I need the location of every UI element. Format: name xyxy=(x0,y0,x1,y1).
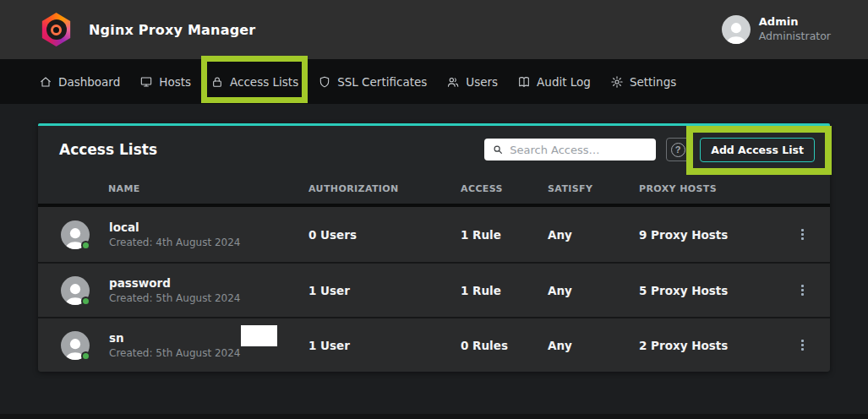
person-icon xyxy=(722,17,751,44)
access-list-name-text: sn xyxy=(109,331,124,345)
access-value: 0 Rules xyxy=(461,339,548,352)
online-status-dot xyxy=(81,241,90,250)
book-icon xyxy=(517,75,531,89)
column-header-proxy-hosts: PROXY HOSTS xyxy=(639,183,774,194)
authorization-value: 0 Users xyxy=(308,228,461,242)
proxy-hosts-value: 2 Proxy Hosts xyxy=(639,339,774,352)
access-value: 1 Rule xyxy=(461,284,548,297)
nav-item-users[interactable]: Users xyxy=(446,59,498,104)
app-logo-icon xyxy=(41,13,72,46)
user-role: Administrator xyxy=(759,30,831,43)
table-header: NAME AUTHORIZATION ACCESS SATISFY PROXY … xyxy=(38,173,830,204)
nav-label: Dashboard xyxy=(58,75,120,89)
row-menu-button[interactable] xyxy=(774,340,830,351)
access-lists-panel: Access Lists ? Add Access List NAME AUTH… xyxy=(38,123,830,372)
nav-item-settings[interactable]: Settings xyxy=(610,59,676,104)
online-status-dot xyxy=(81,351,90,361)
column-header-authorization: AUTHORIZATION xyxy=(308,183,461,194)
add-access-list-button[interactable]: Add Access List xyxy=(700,138,815,162)
user-avatar xyxy=(722,15,751,44)
search-input[interactable] xyxy=(510,144,648,156)
created-date: Created: 5th August 2024 xyxy=(109,346,240,360)
authorization-value: 1 User xyxy=(308,339,461,352)
logo-core xyxy=(46,19,67,40)
logo-ring xyxy=(51,24,62,35)
panel-header: Access Lists ? Add Access List xyxy=(38,126,830,173)
row-avatar-holder xyxy=(61,331,90,360)
row-avatar-holder xyxy=(61,276,90,305)
access-list-name: password xyxy=(109,275,240,291)
nav-label: Settings xyxy=(630,75,676,89)
column-header-name: NAME xyxy=(59,183,308,194)
row-avatar-holder xyxy=(61,220,90,249)
search-box xyxy=(484,139,656,161)
nav-item-ssl-certificates[interactable]: SSL Certificates xyxy=(318,59,427,104)
name-cell: password Created: 5th August 2024 xyxy=(59,275,308,305)
authorization-value: 1 User xyxy=(308,284,461,297)
gear-icon xyxy=(610,75,624,89)
monitor-icon xyxy=(139,75,153,89)
satisfy-value: Any xyxy=(548,228,639,242)
nav-item-dashboard[interactable]: Dashboard xyxy=(39,59,120,104)
column-header-access: ACCESS xyxy=(461,183,548,194)
satisfy-value: Any xyxy=(548,284,639,297)
help-button[interactable]: ? xyxy=(666,138,690,161)
nav-label: Hosts xyxy=(159,75,191,89)
row-menu-button[interactable] xyxy=(774,285,830,296)
panel-title: Access Lists xyxy=(59,141,157,158)
app-title: Nginx Proxy Manager xyxy=(89,22,255,38)
access-list-name: sn xyxy=(109,330,240,346)
access-list-name: local xyxy=(109,220,240,235)
nav-label: Access Lists xyxy=(230,75,298,89)
main-nav: Dashboard Hosts Access Lists SSL Certifi… xyxy=(0,59,868,104)
name-cell: sn Created: 5th August 2024 xyxy=(59,330,308,360)
table-row: password Created: 5th August 2024 1 User… xyxy=(38,262,830,317)
circle-question-icon: ? xyxy=(671,143,685,157)
nav-item-access-lists[interactable]: Access Lists xyxy=(210,59,298,104)
column-header-satisfy: SATISFY xyxy=(548,183,639,194)
redaction-box xyxy=(241,325,277,346)
lock-icon xyxy=(210,75,224,89)
brand: Nginx Proxy Manager xyxy=(41,13,255,46)
name-block: password Created: 5th August 2024 xyxy=(109,275,240,305)
row-menu-button[interactable] xyxy=(774,229,830,240)
nav-label: Audit Log xyxy=(537,75,591,89)
add-button-wrap: Add Access List xyxy=(700,138,815,162)
home-icon xyxy=(39,75,52,89)
created-date: Created: 5th August 2024 xyxy=(109,291,240,305)
satisfy-value: Any xyxy=(548,339,639,352)
search-icon xyxy=(492,144,504,155)
name-block: sn Created: 5th August 2024 xyxy=(109,330,240,360)
users-icon xyxy=(446,75,460,89)
bottom-edge-strip xyxy=(0,414,868,419)
nav-label: Users xyxy=(466,75,498,89)
panel-tools: ? Add Access List xyxy=(484,138,815,162)
user-name: Admin xyxy=(759,15,831,30)
nav-item-audit-log[interactable]: Audit Log xyxy=(517,59,591,104)
online-status-dot xyxy=(81,297,90,306)
created-date: Created: 4th August 2024 xyxy=(109,236,240,249)
table-row: sn Created: 5th August 2024 1 User 0 Rul… xyxy=(38,317,830,372)
page-body: Access Lists ? Add Access List NAME AUTH… xyxy=(0,104,868,414)
nav-label: SSL Certificates xyxy=(337,75,427,89)
user-text: Admin Administrator xyxy=(759,15,831,43)
proxy-hosts-value: 9 Proxy Hosts xyxy=(639,228,774,242)
table-row: local Created: 4th August 2024 0 Users 1… xyxy=(38,207,830,262)
proxy-hosts-value: 5 Proxy Hosts xyxy=(639,284,774,297)
top-bar: Nginx Proxy Manager Admin Administrator xyxy=(0,0,868,59)
access-value: 1 Rule xyxy=(461,228,548,242)
user-menu[interactable]: Admin Administrator xyxy=(722,15,831,44)
name-block: local Created: 4th August 2024 xyxy=(109,220,240,249)
shield-icon xyxy=(318,75,331,89)
name-cell: local Created: 4th August 2024 xyxy=(59,220,308,249)
nav-item-hosts[interactable]: Hosts xyxy=(139,59,191,104)
